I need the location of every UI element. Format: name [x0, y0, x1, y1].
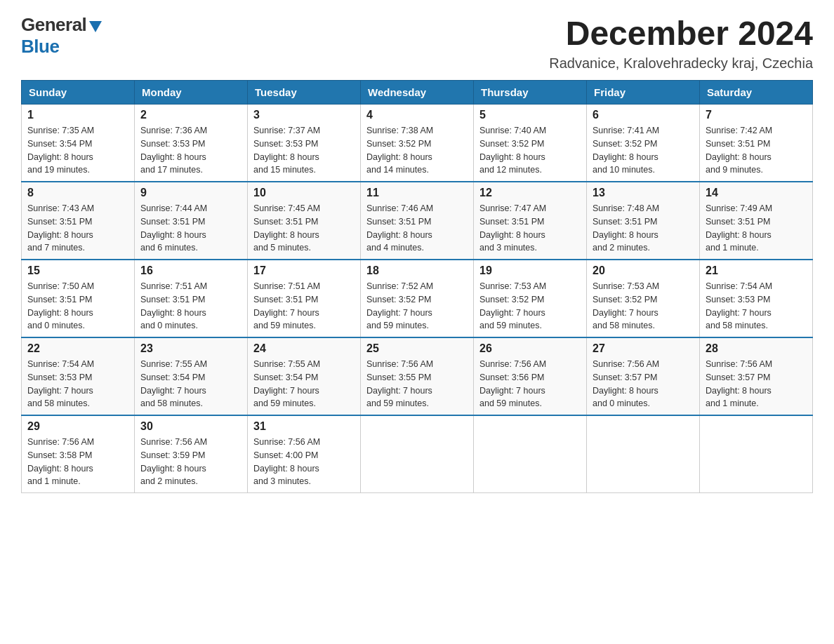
table-row: 27 Sunrise: 7:56 AMSunset: 3:57 PMDaylig…	[587, 337, 700, 415]
day-info: Sunrise: 7:41 AMSunset: 3:52 PMDaylight:…	[593, 124, 694, 177]
day-info: Sunrise: 7:50 AMSunset: 3:51 PMDaylight:…	[27, 280, 128, 333]
day-number: 16	[140, 264, 241, 277]
table-row: 31 Sunrise: 7:56 AMSunset: 4:00 PMDaylig…	[248, 415, 361, 493]
table-row: 2 Sunrise: 7:36 AMSunset: 3:53 PMDayligh…	[135, 105, 248, 182]
table-row: 10 Sunrise: 7:45 AMSunset: 3:51 PMDaylig…	[248, 182, 361, 260]
day-number: 7	[706, 109, 807, 121]
day-number: 2	[140, 109, 241, 121]
day-info: Sunrise: 7:53 AMSunset: 3:52 PMDaylight:…	[593, 280, 694, 333]
table-row	[700, 415, 813, 493]
calendar-week-row: 1 Sunrise: 7:35 AMSunset: 3:54 PMDayligh…	[22, 105, 813, 182]
day-number: 1	[27, 109, 128, 121]
day-info: Sunrise: 7:54 AMSunset: 3:53 PMDaylight:…	[27, 358, 128, 410]
day-number: 18	[366, 264, 468, 277]
day-info: Sunrise: 7:54 AMSunset: 3:53 PMDaylight:…	[706, 280, 807, 333]
table-row	[587, 415, 700, 493]
calendar-week-row: 15 Sunrise: 7:50 AMSunset: 3:51 PMDaylig…	[22, 260, 813, 337]
day-number: 6	[593, 109, 694, 121]
table-row: 1 Sunrise: 7:35 AMSunset: 3:54 PMDayligh…	[22, 105, 135, 182]
day-info: Sunrise: 7:56 AMSunset: 3:56 PMDaylight:…	[479, 358, 581, 410]
day-number: 9	[140, 187, 241, 199]
table-row	[361, 415, 474, 493]
calendar-week-row: 8 Sunrise: 7:43 AMSunset: 3:51 PMDayligh…	[22, 182, 813, 260]
calendar-header-row: Sunday Monday Tuesday Wednesday Thursday…	[22, 81, 813, 105]
day-info: Sunrise: 7:48 AMSunset: 3:51 PMDaylight:…	[593, 202, 694, 255]
day-info: Sunrise: 7:53 AMSunset: 3:52 PMDaylight:…	[479, 280, 581, 333]
day-number: 25	[366, 342, 468, 355]
page-header: General Blue December 2024 Radvanice, Kr…	[21, 14, 813, 72]
day-info: Sunrise: 7:55 AMSunset: 3:54 PMDaylight:…	[140, 358, 241, 410]
table-row: 26 Sunrise: 7:56 AMSunset: 3:56 PMDaylig…	[474, 337, 587, 415]
table-row: 19 Sunrise: 7:53 AMSunset: 3:52 PMDaylig…	[474, 260, 587, 337]
day-info: Sunrise: 7:40 AMSunset: 3:52 PMDaylight:…	[479, 124, 581, 177]
day-number: 10	[253, 187, 355, 199]
day-info: Sunrise: 7:43 AMSunset: 3:51 PMDaylight:…	[27, 202, 128, 255]
day-info: Sunrise: 7:56 AMSunset: 4:00 PMDaylight:…	[253, 436, 355, 488]
table-row: 13 Sunrise: 7:48 AMSunset: 3:51 PMDaylig…	[587, 182, 700, 260]
day-info: Sunrise: 7:36 AMSunset: 3:53 PMDaylight:…	[140, 124, 241, 177]
day-info: Sunrise: 7:35 AMSunset: 3:54 PMDaylight:…	[27, 124, 128, 177]
table-row: 18 Sunrise: 7:52 AMSunset: 3:52 PMDaylig…	[361, 260, 474, 337]
location-title: Radvanice, Kralovehradecky kraj, Czechia	[549, 55, 813, 72]
day-number: 20	[593, 264, 694, 277]
day-number: 14	[706, 187, 807, 199]
table-row: 28 Sunrise: 7:56 AMSunset: 3:57 PMDaylig…	[700, 337, 813, 415]
day-info: Sunrise: 7:45 AMSunset: 3:51 PMDaylight:…	[253, 202, 355, 255]
table-row: 23 Sunrise: 7:55 AMSunset: 3:54 PMDaylig…	[135, 337, 248, 415]
day-info: Sunrise: 7:56 AMSunset: 3:59 PMDaylight:…	[140, 436, 241, 488]
day-number: 31	[253, 420, 355, 433]
table-row: 24 Sunrise: 7:55 AMSunset: 3:54 PMDaylig…	[248, 337, 361, 415]
table-row: 15 Sunrise: 7:50 AMSunset: 3:51 PMDaylig…	[22, 260, 135, 337]
day-number: 12	[479, 187, 581, 199]
day-info: Sunrise: 7:56 AMSunset: 3:58 PMDaylight:…	[27, 436, 128, 488]
table-row: 5 Sunrise: 7:40 AMSunset: 3:52 PMDayligh…	[474, 105, 587, 182]
day-number: 13	[593, 187, 694, 199]
table-row: 25 Sunrise: 7:56 AMSunset: 3:55 PMDaylig…	[361, 337, 474, 415]
day-info: Sunrise: 7:44 AMSunset: 3:51 PMDaylight:…	[140, 202, 241, 255]
calendar-table: Sunday Monday Tuesday Wednesday Thursday…	[21, 80, 813, 493]
table-row: 21 Sunrise: 7:54 AMSunset: 3:53 PMDaylig…	[700, 260, 813, 337]
logo-triangle-icon	[88, 18, 103, 34]
title-area: December 2024 Radvanice, Kralovehradecky…	[549, 14, 813, 72]
calendar-week-row: 29 Sunrise: 7:56 AMSunset: 3:58 PMDaylig…	[22, 415, 813, 493]
day-number: 8	[27, 187, 128, 199]
day-info: Sunrise: 7:42 AMSunset: 3:51 PMDaylight:…	[706, 124, 807, 177]
day-number: 5	[479, 109, 581, 121]
table-row: 3 Sunrise: 7:37 AMSunset: 3:53 PMDayligh…	[248, 105, 361, 182]
table-row: 7 Sunrise: 7:42 AMSunset: 3:51 PMDayligh…	[700, 105, 813, 182]
header-monday: Monday	[135, 81, 248, 105]
day-info: Sunrise: 7:51 AMSunset: 3:51 PMDaylight:…	[140, 280, 241, 333]
day-number: 28	[706, 342, 807, 355]
day-info: Sunrise: 7:56 AMSunset: 3:57 PMDaylight:…	[706, 358, 807, 410]
day-number: 4	[366, 109, 468, 121]
table-row: 12 Sunrise: 7:47 AMSunset: 3:51 PMDaylig…	[474, 182, 587, 260]
day-number: 3	[253, 109, 355, 121]
day-number: 22	[27, 342, 128, 355]
table-row: 4 Sunrise: 7:38 AMSunset: 3:52 PMDayligh…	[361, 105, 474, 182]
svg-marker-0	[89, 21, 102, 32]
day-number: 26	[479, 342, 581, 355]
header-friday: Friday	[587, 81, 700, 105]
table-row: 17 Sunrise: 7:51 AMSunset: 3:51 PMDaylig…	[248, 260, 361, 337]
header-saturday: Saturday	[700, 81, 813, 105]
table-row: 22 Sunrise: 7:54 AMSunset: 3:53 PMDaylig…	[22, 337, 135, 415]
header-thursday: Thursday	[474, 81, 587, 105]
day-number: 23	[140, 342, 241, 355]
day-info: Sunrise: 7:47 AMSunset: 3:51 PMDaylight:…	[479, 202, 581, 255]
day-number: 11	[366, 187, 468, 199]
day-number: 29	[27, 420, 128, 433]
table-row: 14 Sunrise: 7:49 AMSunset: 3:51 PMDaylig…	[700, 182, 813, 260]
table-row: 20 Sunrise: 7:53 AMSunset: 3:52 PMDaylig…	[587, 260, 700, 337]
logo-general-text: General	[21, 14, 86, 36]
day-number: 17	[253, 264, 355, 277]
day-info: Sunrise: 7:55 AMSunset: 3:54 PMDaylight:…	[253, 358, 355, 410]
table-row: 16 Sunrise: 7:51 AMSunset: 3:51 PMDaylig…	[135, 260, 248, 337]
day-number: 24	[253, 342, 355, 355]
header-sunday: Sunday	[22, 81, 135, 105]
table-row: 29 Sunrise: 7:56 AMSunset: 3:58 PMDaylig…	[22, 415, 135, 493]
month-title: December 2024	[549, 14, 813, 53]
logo-blue-text: Blue	[21, 36, 59, 58]
day-number: 19	[479, 264, 581, 277]
day-info: Sunrise: 7:37 AMSunset: 3:53 PMDaylight:…	[253, 124, 355, 177]
day-info: Sunrise: 7:56 AMSunset: 3:57 PMDaylight:…	[593, 358, 694, 410]
